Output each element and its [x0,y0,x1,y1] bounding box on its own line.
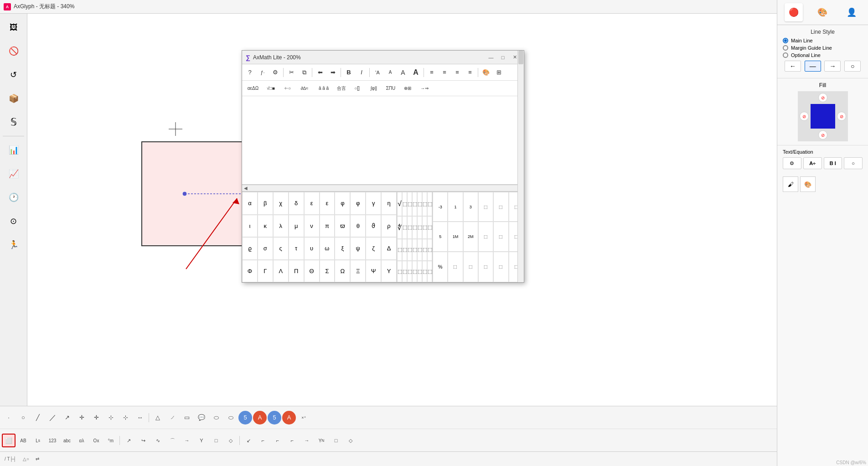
sym-xi[interactable]: ξ [335,237,350,260]
left-icon-person[interactable]: 🏃 [3,234,25,256]
axmath-copy-btn[interactable]: ⧉ [298,67,310,78]
msym-s25[interactable]: ⬚ [422,261,427,283]
text-eq-font-button[interactable]: A÷ [803,157,822,169]
fill-no-top[interactable]: ⊘ [818,93,827,102]
axmath-function-btn[interactable]: ƒ· [257,67,269,78]
axmath-minimize-btn[interactable]: — [486,53,496,62]
msym-s13[interactable]: ⬚ [397,239,402,261]
tool-angle[interactable]: ⟋ [165,411,179,425]
msym-nrt[interactable]: ∜ [397,216,402,239]
axmath-radical-btn[interactable]: √□■ [263,83,279,94]
sym-theta[interactable]: θ [350,215,366,238]
hscroll-left-arrow[interactable]: ◀ [243,185,248,192]
left-icon-pie[interactable]: 🕐 [3,186,25,208]
num-n8[interactable]: ⬚ [463,252,478,282]
shape-Y-arrow[interactable]: Y [195,434,208,447]
shape-rect2[interactable]: □ [329,434,343,447]
axmath-cut-btn[interactable]: ✂ [285,67,297,78]
msym-s12[interactable]: ⬚ [427,216,432,239]
shape-arrow-line[interactable]: ↗ [122,434,135,447]
axmath-diff-btn[interactable]: ∂∆≈ [296,83,313,94]
num-percent[interactable]: % [433,252,448,282]
shape-corner[interactable]: ⌐ [256,434,270,447]
msym-s6[interactable]: ⬚ [427,192,432,216]
panel-tab-layers[interactable]: 🔴 [785,3,803,21]
left-icon-box[interactable]: 📦 [3,88,25,109]
msym-s9[interactable]: ⬚ [412,216,417,239]
tool-bubble[interactable]: 💬 [195,411,208,425]
msym-s10[interactable]: ⬚ [417,216,422,239]
msym-s23[interactable]: ⬚ [412,261,417,283]
axmath-maximize-btn[interactable]: □ [497,53,508,62]
sym-eta[interactable]: η [381,192,397,215]
text-eq-circle-button[interactable]: ○ [844,157,863,169]
num-n7[interactable]: ⬚ [448,252,463,282]
msym-s5[interactable]: ⬚ [422,192,427,216]
axmath-redo-btn[interactable]: ➡ [327,67,339,78]
tool-Ls[interactable]: Ls [31,434,45,447]
axmath-integral-btn[interactable]: ∫φ|| [366,83,382,94]
tool-abc[interactable]: abc [60,434,74,447]
fill-color-swatch[interactable] [811,104,835,129]
msym-s19[interactable]: ⬚ [427,239,432,261]
sym-beta[interactable]: β [258,192,273,215]
left-icon-image[interactable]: 🖼 [3,16,25,38]
shape-curve[interactable]: ↪ [136,434,150,447]
tool-cross[interactable]: ✛ [75,411,88,425]
sym-varrho[interactable]: ϱ [242,237,258,260]
shape-wave[interactable]: ∿ [151,434,165,447]
sym-gamma[interactable]: γ [366,192,381,215]
tool-rect[interactable]: ▭ [180,411,194,425]
sym-mu[interactable]: μ [289,215,304,238]
msym-s14[interactable]: ⬚ [402,239,407,261]
num-n2[interactable]: ⬚ [493,192,508,222]
shape-corner2[interactable]: ⌐ [271,434,284,447]
radio-main-line[interactable]: Main Line [783,38,863,43]
tool-ellipse2[interactable]: ⬭ [224,411,238,425]
axmath-sup-btn[interactable]: 'A [372,67,383,78]
msym-s17[interactable]: ⬚ [417,239,422,261]
msym-s22[interactable]: ⬚ [407,261,412,283]
msym-s21[interactable]: ⬚ [402,261,407,283]
sym-alpha[interactable]: α [242,192,258,215]
num-2M[interactable]: 2M [463,222,478,251]
num-1M[interactable]: 1M [448,222,463,251]
text-eq-settings-button[interactable]: ⚙ [783,157,801,169]
sym-phi[interactable]: φ [335,192,350,215]
msym-s3[interactable]: ⬚ [412,192,417,216]
radio-optional-line[interactable]: Optional Line [783,52,863,58]
axmath-hscrollbar[interactable]: ◀ ▶ [242,185,524,191]
msym-s7[interactable]: ⬚ [402,216,407,239]
tool-circle[interactable]: ○ [16,411,30,425]
shape-angled[interactable]: ↙ [242,434,255,447]
axmath-brackets-btn[interactable]: ○[] [349,83,365,94]
text-eq-bold-button[interactable]: B I [824,157,842,169]
tool-num5b[interactable]: 5 [268,411,281,425]
msym-s26[interactable]: ⬚ [427,261,432,283]
sym-upsilon[interactable]: υ [304,237,320,260]
sym-Gamma[interactable]: Γ [258,260,273,283]
sym-Delta[interactable]: Δ [381,237,397,260]
shape-square[interactable]: □ [209,434,223,447]
sym-Theta[interactable]: Θ [304,260,320,283]
num-n9[interactable]: ⬚ [478,252,493,282]
msym-sqrt[interactable]: √ [397,192,402,216]
tool-line[interactable]: ╱ [31,411,45,425]
axmath-undo-btn[interactable]: ⬅ [314,67,326,78]
axmath-align-right-btn[interactable]: ≡ [451,67,463,78]
shape-right-arrow[interactable]: → [180,434,194,447]
msym-s1[interactable]: ⬚ [402,192,407,216]
sym-pi[interactable]: π [320,215,335,238]
tool-textA[interactable]: A [253,411,267,425]
msym-s20[interactable]: ⬚ [397,261,402,283]
sym-sigma[interactable]: σ [258,237,273,260]
axmath-settings-btn[interactable]: ⚙ [269,67,281,78]
sym-psi[interactable]: ψ [350,237,366,260]
axmath-accent-btn[interactable]: ā ă ā [313,83,334,94]
axmath-small-btn[interactable]: A [384,67,396,78]
tool-AB[interactable]: AB [16,434,30,447]
num-n5[interactable]: ⬚ [493,222,508,251]
radio-margin-guide[interactable]: Margin Guide Line [783,45,863,51]
sym-iota[interactable]: ι [242,215,258,238]
axmath-sum-btn[interactable]: ΣΠU [382,83,399,94]
